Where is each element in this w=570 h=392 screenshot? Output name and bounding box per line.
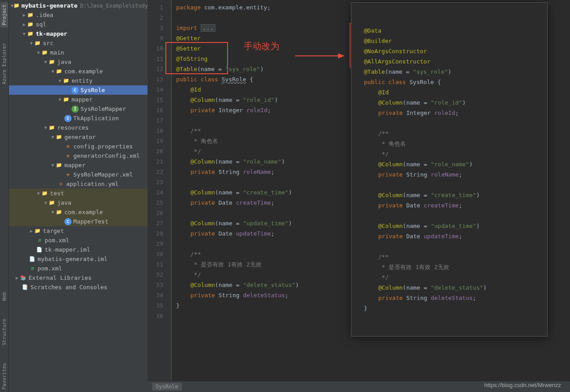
tree-item[interactable]: ▼📁tk-mapper [9, 29, 148, 38]
tree-item[interactable]: ⬘SysRoleMapper.xml [9, 170, 148, 179]
tree-item[interactable]: ▶📁target [9, 226, 148, 236]
tree-item[interactable]: ⬘generatorConfig.xml [9, 151, 148, 160]
class-icon: C [64, 115, 72, 122]
tree-item[interactable]: mpom.xml [9, 236, 148, 245]
tree-item[interactable]: ▶📚External Libraries [9, 273, 148, 282]
tree-item[interactable]: ⚙config.properties [9, 142, 148, 151]
tab-structure[interactable]: Structure [0, 316, 8, 348]
interface-icon: I [72, 105, 79, 113]
tree-item[interactable]: 📄tk-mapper.iml [9, 245, 148, 254]
tree-item[interactable]: ISysRoleMapper [9, 104, 148, 114]
annotation-label: 手动改为 [244, 40, 279, 52]
tree-item[interactable]: ▼📁entity [9, 76, 148, 85]
tree-item[interactable]: ▼📁resources [9, 123, 148, 132]
iml-icon: 📄 [36, 246, 43, 253]
tree-item-sysrole[interactable]: CSysRole [9, 85, 148, 95]
tree-item[interactable]: ▶📁sql [9, 20, 148, 29]
project-tree[interactable]: ▼📁mybatis-generateD:\Java_Example\study\… [9, 0, 148, 392]
watermark: https://blog.csdn.net/Mrwenzz [484, 382, 561, 388]
xml-icon: ⬘ [64, 152, 72, 160]
maven-icon: m [29, 265, 36, 272]
tree-item[interactable]: ▼📁test [9, 189, 148, 198]
tab-web[interactable]: Web [0, 290, 8, 303]
tree-root[interactable]: ▼📁mybatis-generateD:\Java_Example\study\… [9, 1, 148, 10]
tree-item[interactable]: ▼📁generator [9, 132, 148, 142]
class-icon: C [72, 87, 79, 94]
arrow-icon [295, 49, 349, 63]
tree-item[interactable]: 📄mybatis-generate.iml [9, 254, 148, 264]
class-icon: C [64, 218, 72, 225]
tab-azure[interactable]: Azure Explorer [0, 41, 8, 87]
tree-item[interactable]: ▼📁com.example [9, 207, 148, 217]
tab-favorites[interactable]: Favorites [0, 361, 8, 392]
tree-item[interactable]: 📑Scratches and Consoles [9, 282, 148, 292]
line-gutter: 1239101112131415161718192021222324252627… [148, 0, 172, 392]
tree-item[interactable]: ▼📁java [9, 198, 148, 207]
iml-icon: 📄 [29, 256, 36, 263]
tree-item[interactable]: ▼📁main [9, 48, 148, 57]
tree-item[interactable]: ▼📁com.example [9, 67, 148, 76]
tree-item[interactable]: ▼📁mapper [9, 95, 148, 104]
breadcrumb[interactable]: SysRole [152, 383, 182, 391]
vertical-tabs: Project Azure Explorer Web Structure Fav… [0, 0, 9, 392]
libs-icon: 📚 [20, 274, 27, 282]
yml-icon: ⚙ [57, 181, 64, 188]
scratches-icon: 📑 [21, 284, 29, 291]
props-icon: ⚙ [64, 143, 72, 150]
tree-item[interactable]: mpom.xml [9, 264, 148, 273]
code-popup[interactable]: @Data @Builder @NoArgsConstructor @AllAr… [351, 2, 548, 337]
tree-item[interactable]: CTkApplication [9, 114, 148, 123]
tree-item[interactable]: ▼📁mapper [9, 160, 148, 170]
tree-item[interactable]: CMapperTest [9, 217, 148, 226]
tree-item[interactable]: ⚙application.yml [9, 179, 148, 189]
tree-item[interactable]: ▶📁.idea [9, 10, 148, 20]
tree-item[interactable]: ▼📁java [9, 57, 148, 67]
tab-project[interactable]: Project [0, 2, 8, 27]
tree-item[interactable]: ▼📁src [9, 38, 148, 48]
xml-icon: ⬘ [64, 171, 72, 178]
maven-icon: m [36, 237, 43, 244]
